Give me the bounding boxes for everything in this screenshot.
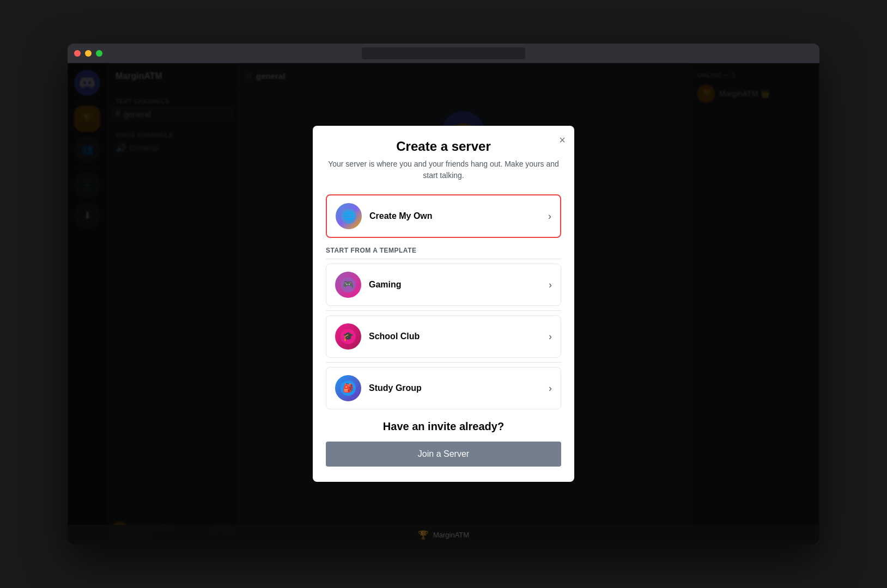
modal-title: Create a server [326,139,561,154]
gaming-template-option[interactable]: 🎮 Gaming › [326,264,561,306]
create-server-modal: × Create a server Your server is where y… [313,126,574,482]
study-group-template-arrow-icon: › [549,383,552,394]
study-group-template-icon: 🎒 [335,375,361,401]
modal-invite-title: Have an invite already? [326,420,561,433]
study-group-template-label: Study Group [369,383,549,393]
svg-text:🎮: 🎮 [343,279,354,290]
school-club-template-option[interactable]: 🎓 School Club › [326,315,561,358]
school-club-divider [326,362,561,363]
gaming-template-arrow-icon: › [549,279,552,291]
school-club-template-arrow-icon: › [549,331,552,342]
modal-invite-section: Have an invite already? Join a Server [326,420,561,467]
address-bar [362,47,525,59]
gaming-divider [326,310,561,311]
mac-titlebar [68,44,819,63]
maximize-window-button[interactable] [96,50,102,57]
template-section-label: START FROM A TEMPLATE [326,247,561,254]
school-club-template-icon: 🎓 [335,323,361,350]
study-group-template-option[interactable]: 🎒 Study Group › [326,367,561,409]
minimize-window-button[interactable] [85,50,92,57]
join-server-button[interactable]: Join a Server [326,442,561,467]
modal-overlay: × Create a server Your server is where y… [68,63,819,544]
svg-text:🎒: 🎒 [343,383,354,393]
gaming-template-icon: 🎮 [335,272,361,298]
mac-window: 🏆 👥 + ⬇ MarginATM Text Channels # genera… [68,44,819,544]
svg-text:🌐: 🌐 [343,211,354,221]
svg-text:🎓: 🎓 [343,331,354,341]
gaming-template-label: Gaming [369,280,549,290]
template-divider [326,259,561,259]
modal-close-button[interactable]: × [559,134,566,145]
create-my-own-option[interactable]: 🌐 Create My Own › [326,194,561,238]
school-club-template-label: School Club [369,332,549,341]
create-my-own-arrow-icon: › [548,211,551,222]
close-window-button[interactable] [74,50,81,57]
create-my-own-label: Create My Own [369,211,548,221]
modal-subtitle: Your server is where you and your friend… [326,158,561,181]
create-my-own-icon: 🌐 [336,203,362,229]
